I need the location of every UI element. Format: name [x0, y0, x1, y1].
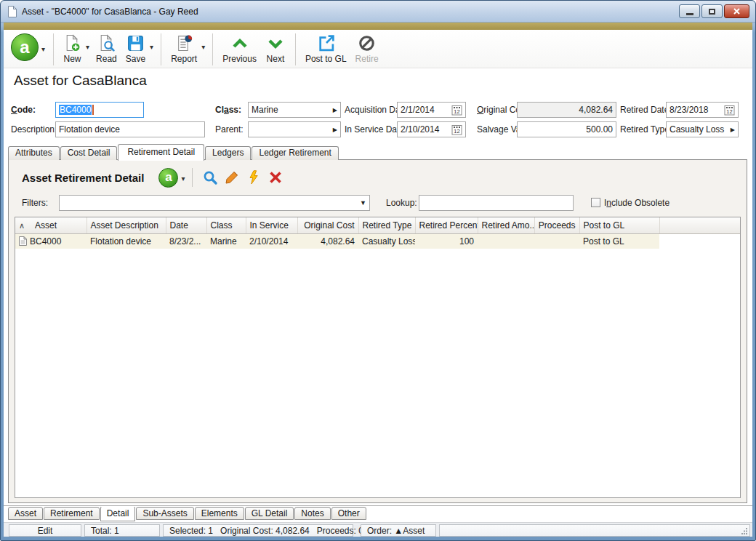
save-button[interactable]: Save	[121, 33, 150, 65]
save-dropdown-icon[interactable]: ▾	[150, 43, 153, 51]
parent-combo[interactable]: ▶	[248, 121, 341, 137]
status-total: Total: 1	[84, 524, 160, 537]
panel-logo-button[interactable]: a	[158, 168, 178, 188]
col-header-original-cost[interactable]: Original Cost	[297, 217, 358, 233]
include-obsolete-label[interactable]: Include Obsolete	[604, 195, 669, 211]
app-logo-button[interactable]: a	[11, 33, 39, 61]
salvage-value-field[interactable]: 500.00	[517, 121, 616, 137]
retired-type-lookup-arrow-icon[interactable]: ▶	[728, 127, 735, 133]
app-menu-dropdown-icon[interactable]: ▾	[41, 45, 45, 53]
bottom-tab-detail[interactable]: Detail	[100, 506, 136, 521]
post-to-gl-button[interactable]: Post to GL	[301, 33, 351, 65]
cell-retired-percent: 100	[415, 233, 478, 249]
include-obsolete-checkbox[interactable]	[591, 198, 600, 207]
original-cost-field: 4,082.64	[517, 102, 616, 118]
bottom-tab-retirement[interactable]: Retirement	[44, 507, 100, 520]
table-row[interactable]: BC4000 Flotation device 8/23/2... Marine…	[15, 233, 740, 249]
minimize-button[interactable]	[679, 4, 700, 18]
code-field-value: BC4000	[59, 105, 92, 115]
edit-pencil-icon[interactable]	[223, 168, 241, 187]
calendar-icon[interactable]: 12	[451, 124, 462, 135]
panel-menu-dropdown-icon[interactable]: ▾	[181, 175, 185, 183]
retired-date-field[interactable]: 8/23/2018 12	[666, 102, 739, 118]
col-header-in-service[interactable]: In Service	[246, 217, 297, 233]
filters-label: Filters:	[22, 195, 48, 211]
report-button[interactable]: Report	[166, 33, 201, 65]
previous-button-label: Previous	[222, 54, 257, 64]
retired-type-combo[interactable]: Casualty Loss ▶	[666, 121, 739, 137]
delete-x-icon[interactable]	[267, 168, 284, 187]
col-header-retired-amount[interactable]: Retired Amo...	[478, 217, 534, 233]
post-export-icon	[317, 33, 335, 53]
bottom-tab-notes[interactable]: Notes	[294, 507, 330, 520]
col-header-post-to-gl[interactable]: Post to GL	[579, 217, 659, 233]
col-header-retired-percent[interactable]: Retired Percent	[415, 217, 478, 233]
lightning-icon[interactable]	[245, 168, 262, 187]
lookup-label: Lookup:	[386, 195, 417, 211]
bottom-tab-strip: Asset Retirement Detail Sub-Assets Eleme…	[8, 506, 367, 521]
new-button[interactable]: New	[59, 33, 86, 65]
text-caret	[92, 105, 94, 115]
filters-dropdown-arrow-icon[interactable]: ▼	[357, 199, 366, 207]
status-empty-section	[439, 524, 750, 537]
panel-title: Asset Retirement Detail	[22, 172, 144, 184]
svg-text:12: 12	[454, 128, 459, 135]
retire-no-icon	[358, 33, 376, 53]
restore-button[interactable]	[701, 4, 723, 18]
page-title: Asset for CasaBlanca	[14, 73, 147, 89]
post-to-gl-button-label: Post to GL	[305, 54, 347, 64]
cell-post-to-gl[interactable]: Post to GL	[579, 233, 659, 249]
sort-ascending-icon[interactable]: ∧	[19, 221, 35, 231]
cell-original-cost: 4,082.64	[297, 233, 358, 249]
code-label: Code:	[11, 102, 36, 118]
detail-tab-strip: Attributes Cost Detail Retirement Detail…	[8, 144, 339, 160]
chevron-up-icon	[230, 33, 250, 53]
cell-proceeds	[534, 233, 579, 249]
tab-cost-detail[interactable]: Cost Detail	[60, 146, 118, 160]
search-icon[interactable]	[201, 168, 219, 187]
lookup-input[interactable]	[419, 195, 574, 211]
col-header-asset-description[interactable]: Asset Description	[87, 217, 166, 233]
close-icon	[733, 8, 740, 15]
col-header-class[interactable]: Class	[206, 217, 246, 233]
tab-ledgers[interactable]: Ledgers	[205, 146, 251, 160]
parent-lookup-arrow-icon[interactable]: ▶	[330, 127, 337, 133]
class-combo-value: Marine	[252, 105, 278, 115]
bottom-tab-gl-detail[interactable]: GL Detail	[245, 507, 294, 520]
col-header-asset[interactable]: ∧Asset	[15, 217, 87, 233]
status-original-cost: Original Cost: 4,082.64	[220, 526, 310, 536]
svg-text:12: 12	[726, 108, 732, 115]
retired-type-label: Retired Type:	[620, 121, 672, 137]
calendar-icon[interactable]: 12	[724, 105, 735, 116]
description-field[interactable]: Flotation device	[55, 121, 205, 137]
acquisition-date-field[interactable]: 2/1/2014 12	[397, 102, 466, 118]
col-header-date[interactable]: Date	[166, 217, 206, 233]
previous-button[interactable]: Previous	[218, 33, 261, 65]
tab-ledger-retirement[interactable]: Ledger Retirement	[252, 146, 338, 160]
tab-attributes[interactable]: Attributes	[8, 146, 60, 160]
bottom-tab-sub-assets[interactable]: Sub-Assets	[136, 507, 193, 520]
filters-dropdown[interactable]: ▼	[59, 195, 370, 211]
next-button[interactable]: Next	[261, 33, 290, 65]
report-dropdown-icon[interactable]: ▾	[201, 43, 205, 51]
retired-type-value: Casualty Loss	[669, 124, 724, 135]
new-dropdown-icon[interactable]: ▾	[86, 43, 89, 51]
code-field[interactable]: BC4000	[55, 102, 144, 118]
bottom-tab-other[interactable]: Other	[331, 507, 366, 520]
class-lookup-arrow-icon[interactable]: ▶	[330, 107, 337, 113]
tab-retirement-detail[interactable]: Retirement Detail	[118, 144, 204, 161]
bottom-tab-elements[interactable]: Elements	[195, 507, 244, 520]
report-button-label: Report	[171, 54, 197, 64]
bottom-tab-asset[interactable]: Asset	[8, 507, 43, 520]
class-combo[interactable]: Marine ▶	[248, 102, 341, 118]
in-service-date-field[interactable]: 2/10/2014 12	[397, 121, 466, 137]
read-button[interactable]: Read	[92, 33, 121, 65]
retirement-detail-panel: Asset Retirement Detail a ▾ Filters:	[8, 159, 747, 503]
calendar-icon[interactable]: 12	[451, 105, 462, 116]
panel-separator	[192, 168, 193, 187]
close-button[interactable]	[724, 4, 749, 18]
resize-grip-icon[interactable]	[740, 526, 748, 534]
col-header-retired-type[interactable]: Retired Type	[358, 217, 415, 233]
accent-bar	[4, 23, 752, 30]
col-header-proceeds[interactable]: Proceeds	[534, 217, 579, 233]
